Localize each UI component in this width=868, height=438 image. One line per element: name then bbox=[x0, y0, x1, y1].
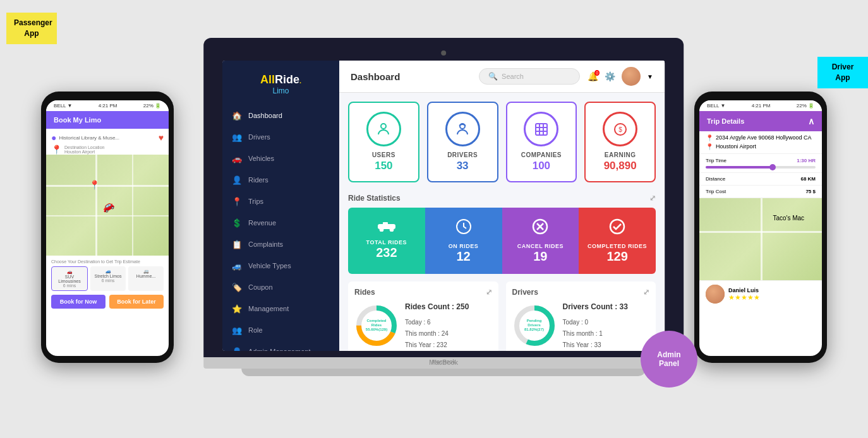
phone-left: BELL ▼ 4:21 PM 22% 🔋 Book My Limo ● Hist… bbox=[41, 92, 174, 363]
on-rides-label: ON RIDES bbox=[431, 243, 496, 249]
phone-right-battery: 22% 🔋 bbox=[797, 103, 814, 109]
admin-management-icon: 👤 bbox=[232, 346, 242, 351]
svg-rect-12 bbox=[383, 222, 388, 225]
phone-left-screen: BELL ▼ 4:21 PM 22% 🔋 Book My Limo ● Hist… bbox=[46, 100, 169, 356]
settings-icon[interactable]: ⚙️ bbox=[605, 71, 615, 81]
dashboard-icon: 🏠 bbox=[232, 110, 242, 121]
drivers-donut: Pending Drivers 81.82%(27) bbox=[512, 304, 557, 348]
phone-left-header: Book My Limo bbox=[46, 111, 169, 129]
users-value: 150 bbox=[356, 160, 412, 172]
sidebar: AllRide. Limo 🏠 Dashboard 👥 Drivers 🚗 bbox=[222, 61, 339, 351]
laptop-camera bbox=[441, 50, 446, 56]
phone-left-map: 🚗 📍 bbox=[46, 155, 169, 256]
dest-row: 📍 Destination LocationHouston Airport bbox=[51, 145, 164, 155]
ride-statistics-header: Ride Statistics ⤢ bbox=[339, 191, 665, 205]
rides-expand-icon[interactable]: ⤢ bbox=[486, 288, 492, 297]
sidebar-item-coupon[interactable]: 🏷️ Coupon bbox=[222, 276, 339, 298]
expand-icon[interactable]: ∧ bbox=[808, 116, 814, 126]
total-rides-value: 232 bbox=[354, 246, 419, 260]
svg-point-11 bbox=[390, 228, 394, 232]
phone-left-bottom: Choose Your Destination to Get Trip Esti… bbox=[46, 256, 169, 312]
sidebar-item-admin-management[interactable]: 👤 Admin Management bbox=[222, 341, 339, 351]
laptop-bezel: AllRide. Limo 🏠 Dashboard 👥 Drivers 🚗 bbox=[203, 38, 684, 357]
rides-donut-label: Completed Rides 55.60%(129) bbox=[366, 319, 388, 333]
book-now-button[interactable]: Book for Now bbox=[51, 295, 105, 309]
rides-bottom-card: Rides ⤢ Completed R bbox=[348, 281, 498, 351]
laptop: AllRide. Limo 🏠 Dashboard 👥 Drivers 🚗 bbox=[203, 38, 684, 376]
on-rides-card: ON RIDES 12 bbox=[425, 208, 502, 274]
search-icon: 🔍 bbox=[488, 72, 498, 81]
svg-point-0 bbox=[382, 124, 387, 129]
stat-card-drivers: DRIVERS 33 bbox=[427, 102, 498, 182]
ride-stats-expand-icon[interactable]: ⤢ bbox=[649, 194, 656, 203]
laptop-brand: MacBook bbox=[431, 358, 455, 365]
sidebar-item-dashboard[interactable]: 🏠 Dashboard bbox=[222, 105, 339, 126]
laptop-stand bbox=[241, 369, 646, 376]
sidebar-item-vehicles[interactable]: 🚗 Vehicles bbox=[222, 148, 339, 169]
vehicles-icon: 🚗 bbox=[232, 153, 242, 163]
sidebar-item-riders[interactable]: 👤 Riders bbox=[222, 169, 339, 191]
vehicle-types-icon: 🚙 bbox=[232, 261, 242, 271]
drivers-expand-icon[interactable]: ⤢ bbox=[643, 288, 649, 297]
cancel-rides-card: CANCEL RIDES 19 bbox=[502, 208, 579, 274]
drivers-icon: 👥 bbox=[232, 132, 242, 142]
completed-rides-icon bbox=[585, 218, 649, 239]
user-avatar[interactable] bbox=[622, 67, 641, 86]
phone-right: BELL ▼ 4:21 PM 22% 🔋 Trip Details ∧ 📍 20… bbox=[694, 92, 827, 363]
passenger-app-label: Passenger App bbox=[6, 13, 57, 44]
map-pin: 📍 bbox=[89, 180, 100, 190]
svg-point-17 bbox=[610, 220, 624, 234]
completed-rides-label: COMPLETED RIDES bbox=[585, 243, 649, 249]
stat-card-earning: $ EARNING 90,890 bbox=[584, 102, 656, 182]
sidebar-item-drivers[interactable]: 👥 Drivers bbox=[222, 126, 339, 148]
phone-left-buttons: Book for Now Book for Later bbox=[51, 295, 164, 309]
riders-icon: 👤 bbox=[232, 175, 242, 185]
user-dropdown-icon[interactable]: ▼ bbox=[647, 73, 653, 80]
users-stat-icon bbox=[366, 112, 401, 146]
driver-name: Daniel Luis bbox=[728, 287, 760, 293]
stats-grid: USERS 150 DRIVERS 33 COMPA bbox=[339, 93, 665, 191]
phone-right-statusbar: BELL ▼ 4:21 PM 22% 🔋 bbox=[699, 100, 822, 111]
cancel-rides-icon bbox=[509, 218, 573, 239]
drivers-card-header: Drivers ⤢ bbox=[512, 288, 649, 297]
topbar-right: 🔍 Search 🔔0 ⚙️ ▼ bbox=[479, 67, 653, 86]
driver-app-label: Driver App bbox=[817, 57, 868, 88]
ride-statistics-title: Ride Statistics bbox=[348, 194, 401, 203]
companies-value: 100 bbox=[514, 160, 570, 172]
search-bar[interactable]: 🔍 Search bbox=[479, 68, 580, 85]
distance-row: Distance 68 KM bbox=[699, 173, 822, 186]
rides-donut: Completed Rides 55.60%(129) bbox=[354, 304, 399, 348]
car-option-humme[interactable]: 🚐 Humme... bbox=[128, 266, 164, 291]
phone-right-carrier: BELL ▼ bbox=[707, 103, 725, 109]
sidebar-item-vehicle-types[interactable]: 🚙 Vehicle Types bbox=[222, 255, 339, 276]
total-rides-card: TOTAL RIDES 232 bbox=[348, 208, 425, 274]
completed-rides-value: 129 bbox=[585, 249, 649, 264]
sidebar-item-complaints[interactable]: 📋 Complaints bbox=[222, 234, 339, 255]
phone-left-time: 4:21 PM bbox=[99, 103, 118, 109]
bottom-grid: Rides ⤢ Completed R bbox=[339, 276, 665, 351]
car-options: 🚗 SUV Limousines 6 mins 🚙 Stretch Limos … bbox=[51, 266, 164, 291]
sidebar-item-role[interactable]: 👥 Role bbox=[222, 319, 339, 341]
car-option-stretch[interactable]: 🚙 Stretch Limos 6 mins bbox=[90, 266, 126, 291]
drivers-bottom-card: Drivers ⤢ Pending Drivers bbox=[506, 281, 656, 351]
topbar-icons: 🔔0 ⚙️ ▼ bbox=[588, 67, 653, 86]
phone-right-screen: BELL ▼ 4:21 PM 22% 🔋 Trip Details ∧ 📍 20… bbox=[699, 100, 822, 356]
sidebar-item-trips[interactable]: 📍 Trips bbox=[222, 191, 339, 212]
sidebar-item-revenue[interactable]: 💲 Revenue bbox=[222, 212, 339, 234]
book-later-button[interactable]: Book for Later bbox=[109, 295, 164, 309]
sidebar-item-management[interactable]: ⭐ Management bbox=[222, 298, 339, 319]
trip-time-row: Trip Time 1:30 HR bbox=[699, 154, 822, 173]
total-rides-icon bbox=[354, 218, 419, 235]
notification-icon[interactable]: 🔔0 bbox=[588, 71, 598, 81]
earning-label: EARNING bbox=[592, 151, 648, 158]
sidebar-logo: AllRide. Limo bbox=[222, 61, 339, 102]
car-option-suv[interactable]: 🚗 SUV Limousines 6 mins bbox=[51, 266, 88, 291]
drivers-card-body: Pending Drivers 81.82%(27) Drivers Count… bbox=[512, 300, 649, 351]
phone-left-carrier: BELL ▼ bbox=[54, 103, 72, 109]
users-label: USERS bbox=[356, 151, 412, 158]
right-map-label: Taco's Mac bbox=[773, 215, 804, 222]
drivers-label: DRIVERS bbox=[435, 151, 491, 158]
phone-right-header: Trip Details ∧ bbox=[699, 111, 822, 131]
laptop-base: MacBook bbox=[203, 357, 684, 369]
role-icon: 👥 bbox=[232, 325, 242, 335]
